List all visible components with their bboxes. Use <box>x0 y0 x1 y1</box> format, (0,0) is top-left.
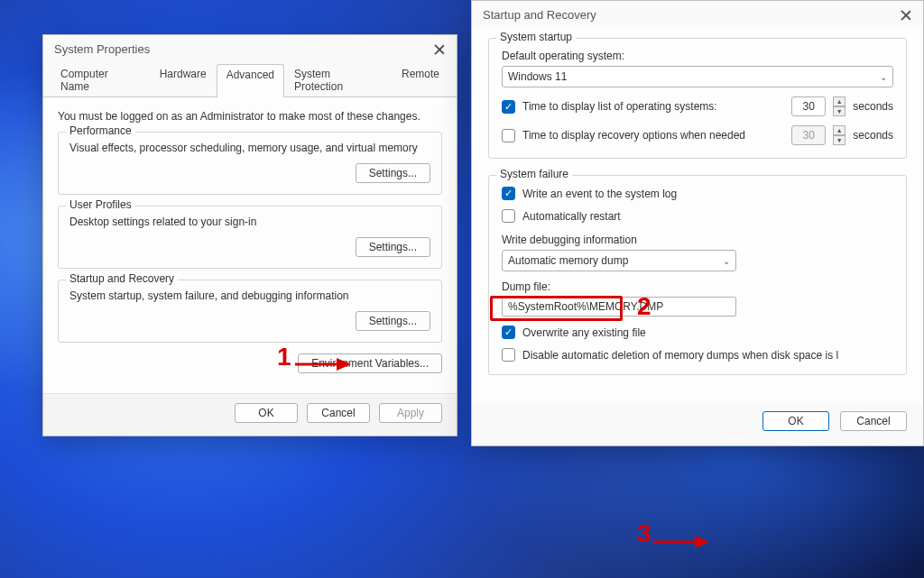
startup-recovery-group: Startup and Recovery System startup, sys… <box>58 280 442 343</box>
titlebar: System Properties <box>43 35 457 60</box>
annotation-box-2 <box>490 296 623 321</box>
write-event-row: ✓ Write an event to the system log <box>502 187 893 200</box>
tab-computer-name[interactable]: Computer Name <box>51 63 150 96</box>
tab-advanced[interactable]: Advanced <box>217 64 284 97</box>
seconds-label: seconds <box>853 129 893 142</box>
group-legend: Startup and Recovery <box>66 272 178 285</box>
group-legend: User Profiles <box>66 198 135 211</box>
auto-restart-row: Automatically restart <box>502 209 893 223</box>
default-os-label: Default operating system: <box>502 50 893 62</box>
time-recovery-row: Time to display recovery options when ne… <box>502 125 893 145</box>
seconds-label: seconds <box>853 100 893 113</box>
write-event-checkbox[interactable]: ✓ <box>502 187 515 200</box>
spin-buttons[interactable]: ▲▼ <box>833 96 845 116</box>
section-legend: System startup <box>496 31 576 43</box>
overwrite-checkbox[interactable]: ✓ <box>502 326 515 339</box>
performance-group: Performance Visual effects, processor sc… <box>58 132 442 195</box>
performance-settings-button[interactable]: Settings... <box>356 163 430 183</box>
admin-note: You must be logged on as an Administrato… <box>58 110 442 123</box>
write-event-label: Write an event to the system log <box>522 188 893 200</box>
tab-system-protection[interactable]: System Protection <box>284 63 392 96</box>
dialog-body: System startup Default operating system:… <box>472 25 923 404</box>
titlebar: Startup and Recovery <box>472 1 923 25</box>
window-title: System Properties <box>54 42 150 56</box>
ok-button[interactable]: OK <box>235 403 298 423</box>
tab-remote[interactable]: Remote <box>392 63 449 96</box>
disable-delete-row: Disable automatic deletion of memory dum… <box>502 348 893 362</box>
system-failure-section: System failure ✓ Write an event to the s… <box>488 175 907 375</box>
time-recovery-label: Time to display recovery options when ne… <box>522 129 784 142</box>
tab-hardware[interactable]: Hardware <box>150 63 217 96</box>
spin-buttons[interactable]: ▲▼ <box>833 125 845 145</box>
close-icon[interactable] <box>900 9 912 22</box>
disable-delete-checkbox[interactable] <box>502 348 515 362</box>
apply-button[interactable]: Apply <box>379 403 442 423</box>
dialog-body: You must be logged on as an Administrato… <box>43 97 457 393</box>
annotation-arrow-3 <box>653 534 709 550</box>
annotation-number-3: 3 <box>637 519 651 548</box>
auto-restart-label: Automatically restart <box>522 210 893 223</box>
overwrite-row: ✓ Overwrite any existing file <box>502 326 893 339</box>
overwrite-label: Overwrite any existing file <box>522 326 893 339</box>
group-legend: Performance <box>66 124 135 137</box>
system-startup-section: System startup Default operating system:… <box>488 38 907 159</box>
time-recovery-checkbox[interactable] <box>502 129 515 142</box>
time-list-checkbox[interactable]: ✓ <box>502 100 515 114</box>
user-profiles-group: User Profiles Desktop settings related t… <box>58 206 442 269</box>
auto-restart-checkbox[interactable] <box>502 209 515 223</box>
group-desc: System startup, system failure, and debu… <box>69 289 430 302</box>
write-debug-label: Write debugging information <box>502 234 893 246</box>
chevron-down-icon: ⌄ <box>880 72 887 82</box>
environment-variables-button[interactable]: Environment Variables... <box>298 353 442 373</box>
dialog-buttons: OK Cancel <box>472 404 923 445</box>
startup-recovery-settings-button[interactable]: Settings... <box>356 311 430 331</box>
select-value: Windows 11 <box>508 70 567 83</box>
ok-button[interactable]: OK <box>762 411 829 431</box>
time-list-seconds-input[interactable] <box>791 96 826 116</box>
dump-file-label: Dump file: <box>502 280 893 293</box>
time-list-row: ✓ Time to display list of operating syst… <box>502 96 893 116</box>
dump-type-select[interactable]: Automatic memory dump ⌄ <box>502 250 736 271</box>
startup-recovery-dialog: Startup and Recovery System startup Defa… <box>471 0 924 446</box>
close-icon[interactable] <box>433 43 446 56</box>
dialog-buttons: OK Cancel Apply <box>43 393 457 436</box>
disable-delete-label: Disable automatic deletion of memory dum… <box>522 349 893 362</box>
group-desc: Visual effects, processor scheduling, me… <box>69 142 430 154</box>
cancel-button[interactable]: Cancel <box>307 403 370 423</box>
select-value: Automatic memory dump <box>508 254 628 267</box>
group-desc: Desktop settings related to your sign-in <box>69 216 430 228</box>
time-list-label: Time to display list of operating system… <box>522 100 784 113</box>
tabstrip: Computer Name Hardware Advanced System P… <box>43 63 457 97</box>
default-os-select[interactable]: Windows 11 ⌄ <box>502 66 893 87</box>
window-title: Startup and Recovery <box>483 8 596 22</box>
user-profiles-settings-button[interactable]: Settings... <box>356 237 430 257</box>
cancel-button[interactable]: Cancel <box>840 411 907 431</box>
svg-marker-3 <box>695 536 709 548</box>
system-properties-dialog: System Properties Computer Name Hardware… <box>42 34 457 436</box>
chevron-down-icon: ⌄ <box>723 256 730 266</box>
section-legend: System failure <box>496 168 572 180</box>
time-recovery-seconds-input[interactable] <box>791 125 826 145</box>
